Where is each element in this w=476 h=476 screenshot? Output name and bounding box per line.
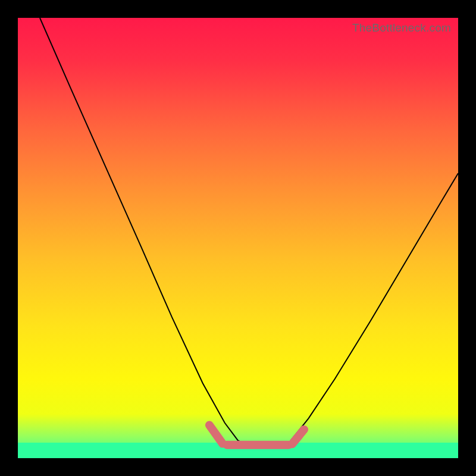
watermark-text: TheBottleneck.com: [352, 21, 451, 35]
pink-segment: [209, 425, 223, 444]
bottleneck-curve: [40, 18, 458, 447]
pink-highlight-group: [209, 425, 304, 445]
plot-frame: TheBottleneck.com: [18, 18, 458, 458]
pink-segment: [292, 430, 304, 444]
curve-layer: [18, 18, 458, 458]
